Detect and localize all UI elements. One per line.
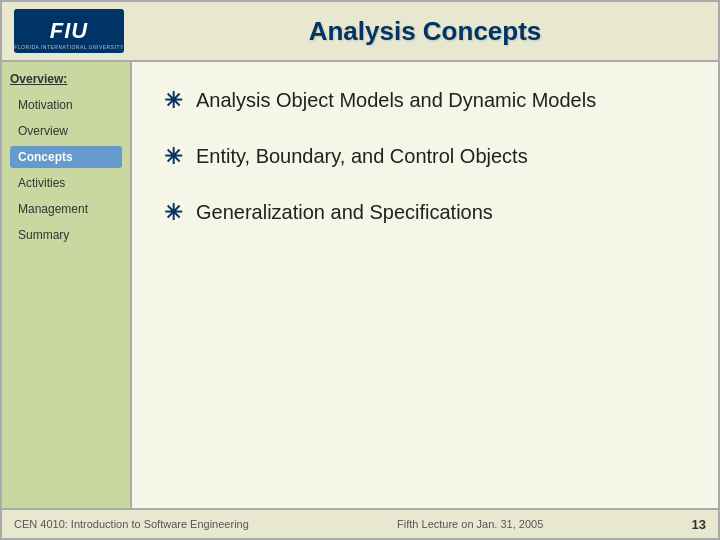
sidebar-overview-label: Overview:	[10, 72, 122, 86]
sidebar-item-summary[interactable]: Summary	[10, 224, 122, 246]
page-title: Analysis Concepts	[144, 16, 706, 47]
sidebar-item-motivation[interactable]: Motivation	[10, 94, 122, 116]
bullet-item-1: ✳ Analysis Object Models and Dynamic Mod…	[164, 86, 686, 114]
bullet-text-3: Generalization and Specifications	[196, 198, 493, 226]
bullet-text-2: Entity, Boundary, and Control Objects	[196, 142, 528, 170]
footer: CEN 4010: Introduction to Software Engin…	[2, 508, 718, 538]
bullet-star-2: ✳	[164, 144, 182, 170]
sidebar-item-concepts[interactable]: Concepts	[10, 146, 122, 168]
sidebar: Overview: Motivation Overview Concepts A…	[2, 62, 132, 508]
logo-subtext: FLORIDA INTERNATIONAL UNIVERSITY	[14, 44, 124, 50]
bullet-item-3: ✳ Generalization and Specifications	[164, 198, 686, 226]
sidebar-item-overview[interactable]: Overview	[10, 120, 122, 142]
body: Overview: Motivation Overview Concepts A…	[2, 62, 718, 508]
footer-lecture: Fifth Lecture on Jan. 31, 2005	[397, 518, 543, 530]
bullet-item-2: ✳ Entity, Boundary, and Control Objects	[164, 142, 686, 170]
main-content: ✳ Analysis Object Models and Dynamic Mod…	[132, 62, 718, 508]
sidebar-item-management[interactable]: Management	[10, 198, 122, 220]
bullet-star-3: ✳	[164, 200, 182, 226]
bullet-text-1: Analysis Object Models and Dynamic Model…	[196, 86, 596, 114]
bullet-star-1: ✳	[164, 88, 182, 114]
logo-area: FIU FLORIDA INTERNATIONAL UNIVERSITY	[14, 9, 144, 53]
footer-course: CEN 4010: Introduction to Software Engin…	[14, 518, 249, 530]
logo-text: FIU	[50, 18, 88, 44]
logo-box: FIU FLORIDA INTERNATIONAL UNIVERSITY	[14, 9, 124, 53]
slide-container: FIU FLORIDA INTERNATIONAL UNIVERSITY Ana…	[0, 0, 720, 540]
sidebar-item-activities[interactable]: Activities	[10, 172, 122, 194]
footer-page-number: 13	[692, 517, 706, 532]
header: FIU FLORIDA INTERNATIONAL UNIVERSITY Ana…	[2, 2, 718, 62]
